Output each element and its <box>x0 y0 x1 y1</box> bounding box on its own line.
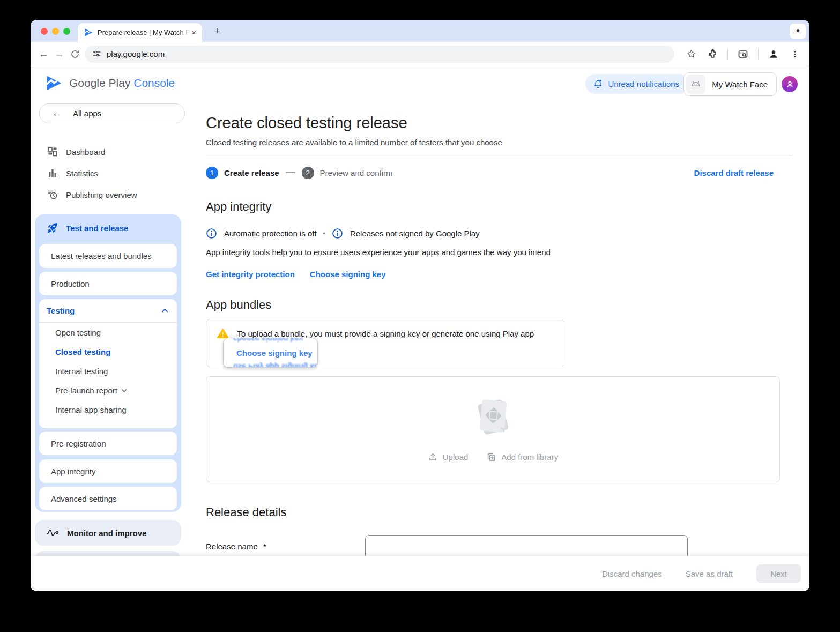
statistics-icon <box>47 168 59 179</box>
sidebar-item-statistics[interactable]: Statistics <box>31 166 185 181</box>
tab-close-icon[interactable]: × <box>190 28 198 37</box>
maximize-window-button[interactable] <box>63 28 70 35</box>
console-header: Google Play Console Unread notifications <box>31 66 809 102</box>
sub-item-label: Closed testing <box>55 347 110 356</box>
release-stepper: 1 Create release 2 Preview and confirm D… <box>206 166 792 179</box>
test-and-release-label: Test and release <box>66 224 128 233</box>
browser-menu-icon[interactable] <box>786 45 804 63</box>
app-selector[interactable]: My Watch Face <box>683 72 777 96</box>
app-bundle-dropzone[interactable]: Upload Add from library <box>206 376 780 482</box>
back-button[interactable]: ← <box>36 45 51 63</box>
extensions-icon[interactable] <box>703 45 722 63</box>
sidebar-item-internal-testing[interactable]: Internal testing <box>39 361 177 381</box>
sidebar-item-advanced-settings[interactable]: Advanced settings <box>39 487 177 510</box>
choose-signing-key-tooltip-label[interactable]: Choose signing key <box>236 348 313 358</box>
bookmark-star-icon[interactable] <box>682 45 700 63</box>
window-controls <box>41 28 70 35</box>
browser-tab[interactable]: Prepare release | My Watch Fa × <box>78 23 202 42</box>
upload-button[interactable]: Upload <box>428 452 469 462</box>
reload-button[interactable] <box>67 45 83 63</box>
release-name-label: Release name* <box>206 542 266 551</box>
status-releases-not-signed: Releases not signed by Google Play <box>350 229 480 238</box>
publishing-overview-icon <box>47 189 59 200</box>
step-2-badge[interactable]: 2 <box>302 167 314 179</box>
play-console-logo[interactable]: Google Play Console <box>46 75 175 92</box>
logo-console-text: Console <box>133 77 175 89</box>
sidebar-item-open-testing[interactable]: Open testing <box>39 323 177 342</box>
upload-icon <box>428 452 438 462</box>
get-integrity-protection-link[interactable]: Get integrity protection <box>206 270 295 279</box>
sidebar-item-production[interactable]: Production <box>39 272 177 295</box>
sidebar-item-app-integrity[interactable]: App integrity <box>39 459 177 483</box>
url-text: play.google.com <box>107 49 165 58</box>
site-settings-icon[interactable] <box>92 49 101 58</box>
choose-signing-key-tooltip[interactable]: choose signing key Choose signing key us… <box>223 338 318 368</box>
step-1-label[interactable]: Create release <box>224 168 279 177</box>
sidebar-item-publishing-overview[interactable]: Publishing overview <box>31 187 185 202</box>
app-selector-label: My Watch Face <box>712 80 768 89</box>
next-button[interactable]: Next <box>756 564 801 583</box>
add-from-library-button[interactable]: Add from library <box>486 452 558 462</box>
back-arrow-icon: ← <box>50 108 63 119</box>
sidebar-item-dashboard[interactable]: Dashboard <box>31 144 185 159</box>
close-window-button[interactable] <box>41 28 48 35</box>
toolbar-actions <box>682 45 804 63</box>
sub-item-label: Internal app sharing <box>55 405 127 414</box>
url-bar[interactable]: play.google.com <box>85 46 674 63</box>
glitch-artifact: choose signing key <box>233 338 303 343</box>
unread-notifications-button[interactable]: Unread notifications <box>585 74 689 94</box>
save-as-draft-button[interactable]: Save as draft <box>686 569 733 578</box>
sidebar-item-testing[interactable]: Testing <box>39 299 177 323</box>
minimize-window-button[interactable] <box>52 28 59 35</box>
upload-actions: Upload Add from library <box>428 452 558 462</box>
step-2-label[interactable]: Preview and confirm <box>320 168 393 177</box>
reload-icon <box>70 49 80 59</box>
android-app-icon <box>686 75 705 94</box>
sub-item-label: Pre-launch report <box>55 386 117 395</box>
account-avatar[interactable] <box>782 76 798 92</box>
rocket-icon <box>47 222 58 234</box>
info-icon <box>206 228 217 239</box>
discard-draft-release-link[interactable]: Discard draft release <box>694 168 774 177</box>
sidebar-item-test-and-release[interactable]: Test and release <box>35 214 128 241</box>
bottom-action-bar: Discard changes Save as draft Next <box>31 556 809 591</box>
all-apps-button[interactable]: ← All apps <box>39 103 185 123</box>
sub-item-label: Internal testing <box>55 367 108 376</box>
notification-bell-icon <box>593 79 603 89</box>
play-console-favicon <box>84 28 93 37</box>
unread-notifications-label: Unread notifications <box>608 79 679 88</box>
card-label: Pre-registration <box>51 439 106 448</box>
page-subtitle: Closed testing releases are available to… <box>206 137 792 148</box>
main-content: Create closed testing release Closed tes… <box>206 102 792 578</box>
add-from-library-label: Add from library <box>501 452 558 462</box>
release-details-heading: Release details <box>206 505 792 520</box>
discard-changes-button[interactable]: Discard changes <box>602 569 662 578</box>
step-1-badge[interactable]: 1 <box>206 167 218 179</box>
pulse-icon <box>47 529 60 537</box>
sidebar-item-label: Statistics <box>66 169 98 178</box>
card-label: Production <box>51 279 90 288</box>
choose-signing-key-link[interactable]: Choose signing key <box>310 270 386 279</box>
sidebar-item-latest-releases[interactable]: Latest releases and bundles <box>39 244 177 268</box>
sidebar-item-closed-testing[interactable]: Closed testing <box>39 342 177 361</box>
dashboard-icon <box>47 146 59 157</box>
sidebar-item-pre-launch-report[interactable]: Pre-launch report <box>39 381 177 400</box>
card-label: Advanced settings <box>51 494 117 503</box>
testing-card: Testing Open testing Closed testing Inte… <box>39 299 177 428</box>
sparkle-icon[interactable]: ✦ <box>790 24 806 39</box>
integrity-links: Get integrity protection Choose signing … <box>206 270 792 279</box>
profile-icon[interactable] <box>764 45 783 63</box>
new-tab-button[interactable]: + <box>210 24 225 39</box>
integrity-status-row: Automatic protection is off • Releases n… <box>206 228 792 239</box>
forward-button[interactable]: → <box>51 45 67 63</box>
sidebar-item-monitor-and-improve[interactable]: Monitor and improve <box>35 520 181 546</box>
sidebar-item-pre-registration[interactable]: Pre-registration <box>39 432 177 455</box>
test-and-release-section: Test and release Latest releases and bun… <box>35 214 181 512</box>
sidebar-item-internal-app-sharing[interactable]: Internal app sharing <box>39 400 177 419</box>
sub-item-label: Open testing <box>55 328 101 337</box>
testing-label: Testing <box>47 306 161 315</box>
search-tabs-icon[interactable] <box>734 45 752 63</box>
glitch-artifact: use Play app signing key <box>233 362 318 368</box>
toolbar-separator <box>727 49 728 60</box>
stepper-connector <box>286 172 295 173</box>
